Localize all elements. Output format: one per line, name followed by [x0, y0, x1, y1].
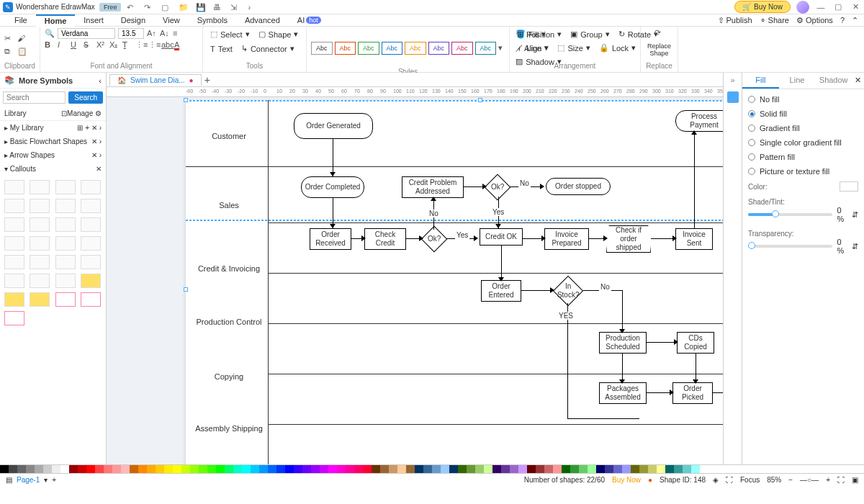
user-avatar[interactable] [796, 1, 809, 14]
align-dropdown-icon[interactable]: ≡ [173, 29, 183, 39]
shape-item[interactable] [4, 292, 24, 307]
node-invoice-prepared[interactable]: Invoice Prepared [544, 228, 589, 250]
focus-icon[interactable]: ⛶ [726, 476, 733, 484]
fill-tab[interactable]: Fill [742, 73, 779, 89]
caps-icon[interactable]: Ṯ [122, 40, 132, 50]
collapse-ribbon-icon[interactable]: ⌃ [852, 16, 858, 25]
shape-item[interactable] [81, 292, 101, 307]
save-icon[interactable]: 💾 [196, 3, 204, 12]
select-tool[interactable]: ⬚Select▾ [207, 28, 253, 40]
fill-option[interactable]: No fill [748, 95, 858, 104]
font-size-select[interactable] [118, 28, 144, 39]
node-credit-problem[interactable]: Credit Problem Addressed [402, 176, 464, 198]
symbol-search-input[interactable] [3, 91, 66, 104]
shape-item[interactable] [55, 199, 76, 213]
buy-now-button[interactable]: 🛒Buy Now [734, 1, 791, 13]
strike-icon[interactable]: S̶ [84, 40, 94, 50]
shape-item[interactable] [55, 255, 76, 269]
format-panel-icon[interactable] [727, 91, 739, 103]
paste-icon[interactable]: 📋 [17, 47, 27, 57]
fill-option[interactable]: Picture or texture fill [748, 167, 858, 176]
position-dropdown[interactable]: ⊞Position▾ [514, 28, 564, 40]
group-dropdown[interactable]: ▣Group▾ [567, 28, 613, 40]
maximize-button[interactable]: ▢ [832, 1, 844, 13]
document-tab[interactable]: 🏠Swim Lane Dia...● [109, 74, 202, 86]
style-preset[interactable]: Abc [335, 42, 356, 55]
canvas[interactable]: Customer Sales Credit & Invoicing Produc… [107, 97, 723, 464]
node-credit-ok[interactable]: Credit OK [480, 228, 523, 246]
node-order-stopped[interactable]: Order stopped [546, 178, 611, 195]
stepper-icon[interactable]: ⇵ [852, 210, 858, 220]
close-tab-icon[interactable]: ● [189, 76, 194, 84]
superscript-icon[interactable]: X² [96, 40, 107, 50]
fit-page-icon[interactable]: ⛶ [837, 476, 845, 484]
style-preset[interactable]: Abc [358, 42, 379, 55]
shape-item[interactable] [30, 217, 50, 232]
color-swatch[interactable] [840, 181, 858, 192]
style-preset[interactable]: Abc [428, 42, 450, 55]
stepper-icon[interactable]: ⇵ [852, 242, 858, 251]
node-check-shipped[interactable]: Check if order shipped [606, 225, 651, 253]
zoom-slider[interactable]: —○— [800, 476, 819, 484]
shade-slider[interactable] [748, 213, 832, 216]
symbol-search-button[interactable]: Search [68, 91, 103, 104]
bold-icon[interactable]: B [45, 40, 55, 50]
shape-item[interactable] [55, 274, 76, 288]
page[interactable]: Customer Sales Credit & Invoicing Produc… [186, 100, 723, 464]
line-tab[interactable]: Line [779, 73, 816, 89]
lib-section[interactable]: ▸ Basic Flowchart Shapes✕ › [0, 135, 106, 148]
shape-item[interactable] [4, 274, 24, 288]
lane-label[interactable]: Customer [193, 132, 265, 140]
fullscreen-icon[interactable]: ▣ [852, 476, 858, 484]
print-icon[interactable]: 🖶 [213, 3, 222, 12]
add-page-button[interactable]: + [52, 476, 56, 484]
zoom-out-button[interactable]: − [788, 476, 793, 484]
fill-option[interactable]: Gradient fill [748, 124, 858, 132]
collapse-panel-icon[interactable]: ‹ [99, 76, 102, 85]
fill-option[interactable]: Single color gradient fill [748, 138, 858, 147]
my-library-section[interactable]: ▸ My Library⊞ + ✕ › [0, 121, 106, 135]
more-symbols-icon[interactable]: 📚 [4, 76, 14, 85]
node-order-entered[interactable]: Order Entered [481, 280, 521, 302]
color-bar[interactable] [0, 464, 864, 473]
shape-item[interactable] [30, 255, 50, 269]
style-preset[interactable]: Abc [475, 42, 497, 55]
node-ok1[interactable]: Ok? [485, 174, 511, 201]
menu-view[interactable]: View [154, 14, 189, 27]
shape-item[interactable] [4, 180, 24, 194]
shape-item[interactable] [81, 180, 101, 194]
menu-insert[interactable]: Insert [75, 14, 112, 27]
lane-label[interactable]: Sales [193, 201, 265, 210]
menu-advanced[interactable]: Advanced [236, 14, 289, 27]
replace-shape-icon[interactable]: ⟳ [654, 28, 665, 38]
node-cds-copied[interactable]: CDs Copied [677, 332, 714, 354]
undo-icon[interactable]: ↶ [127, 3, 135, 12]
connector-tool[interactable]: ↳Connector▾ [238, 42, 297, 55]
shape-item[interactable] [30, 292, 50, 307]
shape-item[interactable] [30, 180, 50, 194]
lane-label[interactable]: Credit & Invoicing [193, 264, 265, 273]
menu-file[interactable]: File [6, 14, 36, 27]
menu-home[interactable]: Home [36, 14, 76, 27]
layers-icon[interactable]: ◈ [713, 476, 719, 484]
font-family-select[interactable] [58, 28, 115, 39]
node-check-credit[interactable]: Check Credit [364, 228, 406, 250]
lane-label[interactable]: Assembly Shipping [193, 424, 265, 433]
node-order-completed[interactable]: Order Completed [301, 176, 364, 198]
menu-symbols[interactable]: Symbols [189, 14, 236, 27]
export-icon[interactable]: ⇲ [230, 3, 239, 12]
lib-section[interactable]: ▾ Callouts✕ [0, 162, 106, 176]
help-icon[interactable]: ? [840, 16, 845, 24]
zoom-in-button[interactable]: + [826, 476, 830, 484]
shadow-tab[interactable]: Shadow [815, 73, 852, 89]
style-preset[interactable]: Abc [405, 42, 426, 55]
lib-section[interactable]: ▸ Arrow Shapes✕ › [0, 148, 106, 162]
font-search-icon[interactable]: 🔍 [45, 29, 55, 39]
shape-item[interactable] [4, 236, 24, 251]
node-order-picked[interactable]: Order Picked [672, 382, 713, 404]
fill-option[interactable]: Pattern fill [748, 153, 858, 161]
shape-item[interactable] [55, 236, 76, 251]
node-process-payment[interactable]: Process Payment [675, 110, 723, 132]
transparency-slider[interactable] [748, 245, 832, 248]
node-packages-assembled[interactable]: Packages Assembled [599, 382, 647, 404]
